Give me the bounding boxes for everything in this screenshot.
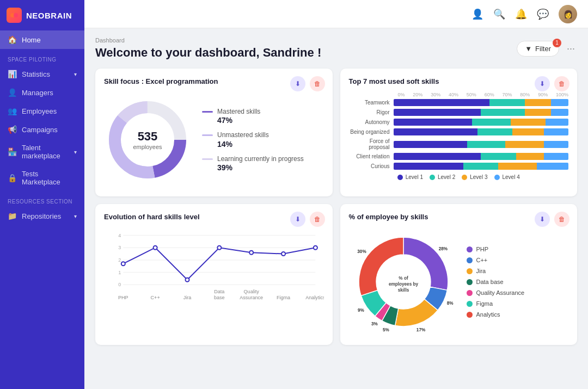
search-icon[interactable]: 🔍 <box>493 8 505 20</box>
logo-icon <box>7 8 22 23</box>
delete-button[interactable]: 🗑 <box>310 76 325 91</box>
pie-legend: PHPC++JiraData baseQuality AssuranceFigm… <box>467 246 525 318</box>
sidebar-item-campaigns[interactable]: 📢 Campaigns <box>0 120 84 139</box>
filter-button[interactable]: ▼ Filter 1 <box>517 41 559 57</box>
card-actions: ⬇ 🗑 <box>290 76 325 91</box>
sidebar-item-label: Home <box>22 36 41 44</box>
logo[interactable]: NEOBRAIN <box>0 0 84 30</box>
pie-legend-item: C++ <box>467 257 525 263</box>
delete-button[interactable]: 🗑 <box>554 76 569 91</box>
svg-point-16 <box>121 262 125 265</box>
legend-unmastered-text: Unmastered skills 14% <box>217 131 269 149</box>
sidebar-item-label: Repositories <box>22 212 61 220</box>
tests-icon: 🔒 <box>8 174 16 182</box>
sidebar-item-statistics[interactable]: 📊 Statistics ▾ <box>0 65 84 83</box>
statistics-icon: 📊 <box>8 70 16 78</box>
svg-text:Analytics: Analytics <box>305 295 323 300</box>
pie-section: 28%8%17%5%3%9%30%% ofemployees byskills … <box>349 227 569 336</box>
main-content: 👤 🔍 🔔 💬 👩 Dashboard Welcome to your dash… <box>84 0 588 389</box>
notification-icon[interactable]: 🔔 <box>515 8 527 20</box>
legend-learning: Learning currently in progress 39% <box>202 155 304 172</box>
sidebar-item-home[interactable]: 🏠 Home <box>0 30 84 49</box>
breadcrumb: Dashboard <box>95 37 321 44</box>
svg-text:C++: C++ <box>151 295 160 300</box>
svg-point-1 <box>14 13 18 17</box>
sidebar-nav: 🏠 Home Space piloting 📊 Statistics ▾ 👤 M… <box>0 30 84 389</box>
repositories-icon: 📁 <box>8 212 16 220</box>
message-icon[interactable]: 💬 <box>537 8 549 20</box>
card-actions: ⬇ 🗑 <box>535 76 569 91</box>
legend-unmastered: Unmastered skills 14% <box>202 131 304 149</box>
page-header: Dashboard Welcome to your dashboard, San… <box>95 37 577 60</box>
unmastered-line <box>202 134 213 136</box>
svg-text:17%: 17% <box>416 328 425 332</box>
employees-icon: 👥 <box>8 107 16 115</box>
sidebar-item-label: Employees <box>22 107 57 115</box>
page-title: Welcome to your dashboard, Sandrine ! <box>95 46 321 60</box>
sidebar: NEOBRAIN 🏠 Home Space piloting 📊 Statist… <box>0 0 84 389</box>
bar-row: Rigor <box>349 109 569 116</box>
dashboard-grid: Skill focus : Excel programmation ⬇ 🗑 <box>95 69 577 345</box>
sidebar-item-label: Tests Marketplace <box>22 170 77 186</box>
sidebar-item-employees[interactable]: 👥 Employees <box>0 102 84 120</box>
svg-point-22 <box>314 246 317 250</box>
page-header-row: Dashboard Welcome to your dashboard, San… <box>95 37 577 60</box>
page-header-left: Dashboard Welcome to your dashboard, San… <box>95 37 321 60</box>
talent-icon: 🏪 <box>8 147 16 156</box>
card-actions: ⬇ 🗑 <box>290 212 325 227</box>
header: 👤 🔍 🔔 💬 👩 <box>84 0 588 28</box>
line-chart: 01234PHPC++JiraDatabaseQualityAssuranceF… <box>104 227 324 304</box>
svg-point-18 <box>185 278 189 282</box>
svg-text:3: 3 <box>118 245 121 250</box>
card-actions: ⬇ 🗑 <box>535 212 569 227</box>
sidebar-item-talent[interactable]: 🏪 Talent marketplace ▾ <box>0 139 84 165</box>
more-options-button[interactable]: ··· <box>565 41 577 57</box>
svg-text:PHP: PHP <box>118 295 128 300</box>
download-button[interactable]: ⬇ <box>290 212 305 227</box>
delete-button[interactable]: 🗑 <box>554 212 569 227</box>
svg-text:8%: 8% <box>446 301 454 306</box>
delete-button[interactable]: 🗑 <box>310 212 325 227</box>
sidebar-item-tests[interactable]: 🔒 Tests Marketplace <box>0 165 84 191</box>
pie-legend-item: Analytics <box>467 311 525 318</box>
avatar[interactable]: 👩 <box>559 5 577 23</box>
pie-legend-item: Figma <box>467 300 525 307</box>
svg-text:0: 0 <box>118 282 121 287</box>
svg-text:4: 4 <box>118 233 121 238</box>
svg-text:9%: 9% <box>357 308 364 313</box>
sidebar-item-managers[interactable]: 👤 Managers <box>0 83 84 102</box>
download-button[interactable]: ⬇ <box>535 212 550 227</box>
donut-container: 535 employees Mastered skills 47% <box>104 92 324 188</box>
svg-text:2: 2 <box>118 257 121 263</box>
mastered-line <box>202 111 213 113</box>
download-button[interactable]: ⬇ <box>290 76 305 91</box>
employee-skills-card: % of employee by skills ⬇ 🗑 28%8%17%5%3%… <box>340 204 578 345</box>
content-area: Dashboard Welcome to your dashboard, San… <box>84 28 588 389</box>
chevron-down-icon: ▾ <box>74 149 77 155</box>
campaigns-icon: 📢 <box>8 125 16 134</box>
hard-skills-card: Evolution of hard skills level ⬇ 🗑 01234… <box>95 204 333 345</box>
sidebar-item-label: Talent marketplace <box>22 144 69 160</box>
sidebar-item-label: Statistics <box>22 70 50 78</box>
svg-point-21 <box>281 252 285 256</box>
bar-row: Teamwork <box>349 99 569 106</box>
bar-row: Force of proposal <box>349 138 569 150</box>
sidebar-item-label: Campaigns <box>22 126 58 134</box>
svg-text:% ofemployees byskills: % ofemployees byskills <box>388 276 418 293</box>
donut-center: 535 employees <box>133 129 162 150</box>
donut-legend: Mastered skills 47% Unmastered skills 14… <box>202 108 304 172</box>
svg-point-20 <box>249 251 253 255</box>
download-button[interactable]: ⬇ <box>535 76 550 91</box>
legend-mastered: Mastered skills 47% <box>202 108 304 125</box>
svg-text:1: 1 <box>118 270 121 275</box>
skill-focus-card: Skill focus : Excel programmation ⬇ 🗑 <box>95 69 333 196</box>
sidebar-item-repositories[interactable]: 📁 Repositories ▾ <box>0 207 84 225</box>
bar-row: Client relation <box>349 153 569 160</box>
filter-icon: ▼ <box>525 45 532 53</box>
user-icon[interactable]: 👤 <box>471 8 483 20</box>
logo-text: NEOBRAIN <box>26 11 72 20</box>
svg-text:5%: 5% <box>383 328 390 332</box>
svg-text:3%: 3% <box>371 322 378 326</box>
svg-text:Figma: Figma <box>277 295 291 300</box>
learning-line <box>202 158 213 160</box>
